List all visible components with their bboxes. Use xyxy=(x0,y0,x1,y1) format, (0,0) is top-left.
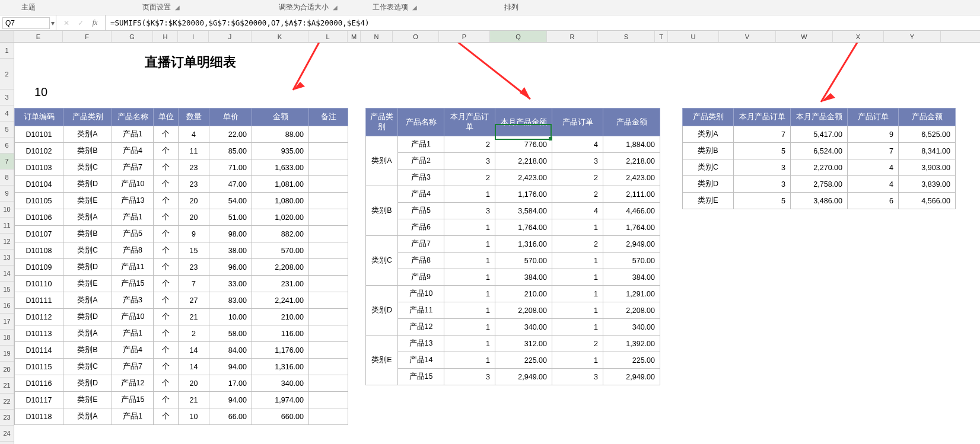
cell[interactable]: 5 xyxy=(734,143,791,159)
cell[interactable]: 2,423.00 xyxy=(603,170,660,186)
column-header[interactable]: M xyxy=(348,31,361,42)
cell[interactable]: 3 xyxy=(552,153,603,170)
cell[interactable]: 71.00 xyxy=(209,159,252,176)
cell[interactable]: 个 xyxy=(154,309,179,325)
cell[interactable] xyxy=(309,242,348,259)
table-row[interactable]: D10105类别E产品13个2054.001,080.00 xyxy=(15,193,348,209)
cell[interactable]: 21 xyxy=(179,309,209,325)
column-header[interactable]: O xyxy=(393,31,439,42)
cell[interactable]: 产品4 xyxy=(112,342,154,359)
column-header[interactable]: F xyxy=(63,31,112,42)
cell[interactable]: 340.00 xyxy=(603,319,660,336)
cell[interactable]: 2 xyxy=(444,136,495,153)
cell[interactable] xyxy=(309,226,348,242)
cell[interactable]: D10105 xyxy=(15,193,63,209)
cell[interactable]: 1 xyxy=(444,336,495,352)
column-header[interactable]: V xyxy=(719,31,776,42)
table-row[interactable]: D10117类别E产品15个2194.001,974.00 xyxy=(15,392,348,408)
cell[interactable]: 2,241.00 xyxy=(252,292,309,309)
cell[interactable]: 个 xyxy=(154,342,179,359)
cell[interactable]: 1,176.00 xyxy=(495,186,552,203)
cell[interactable]: 个 xyxy=(154,292,179,309)
cell[interactable]: 类别A xyxy=(63,126,112,143)
product-summary-table[interactable]: 产品类别产品名称本月产品订单本月产品金额产品订单产品金额类别A产品12776.0… xyxy=(365,108,660,385)
cell[interactable]: 10.00 xyxy=(209,309,252,325)
column-header[interactable]: Y xyxy=(884,31,941,42)
table-row[interactable]: D10113类别A产品1个258.00116.00 xyxy=(15,325,348,342)
cell[interactable]: 2 xyxy=(179,325,209,342)
column-header[interactable]: L xyxy=(308,31,348,42)
cell[interactable]: 21 xyxy=(179,392,209,408)
table-row[interactable]: D10114类别B产品4个1484.001,176.00 xyxy=(15,342,348,359)
cell[interactable]: 产品6 xyxy=(398,219,444,236)
table-row[interactable]: D10102类别B产品4个1185.00935.00 xyxy=(15,143,348,159)
cell[interactable]: 11 xyxy=(179,143,209,159)
row-header[interactable]: 2 xyxy=(0,59,14,90)
table-row[interactable]: 类别B产品411,176.0022,111.00 xyxy=(366,186,660,203)
column-header[interactable]: N xyxy=(361,31,393,42)
cell[interactable]: 570.00 xyxy=(495,253,552,269)
cell[interactable]: 产品10 xyxy=(398,286,444,302)
table-row[interactable]: 类别E53,486.0064,566.00 xyxy=(683,193,956,209)
cell[interactable]: 1,176.00 xyxy=(252,342,309,359)
cell[interactable]: 类别C xyxy=(63,242,112,259)
cell[interactable]: 类别A xyxy=(63,408,112,425)
cell[interactable] xyxy=(309,259,348,276)
column-header[interactable]: I xyxy=(178,31,209,42)
column-header[interactable]: K xyxy=(252,31,308,42)
cell[interactable]: 产品1 xyxy=(112,209,154,226)
table-row[interactable]: 产品141225.001225.00 xyxy=(366,352,660,369)
cell[interactable]: 4 xyxy=(848,159,899,176)
cell[interactable]: 产品10 xyxy=(112,176,154,193)
cell[interactable]: 210.00 xyxy=(252,309,309,325)
cell[interactable]: 个 xyxy=(154,259,179,276)
cell[interactable]: 产品5 xyxy=(398,203,444,219)
cell[interactable]: 33.00 xyxy=(209,276,252,292)
table-row[interactable]: 类别B56,524.0078,341.00 xyxy=(683,143,956,159)
cell[interactable]: 2,949.00 xyxy=(603,369,660,385)
table-row[interactable]: 类别D产品101210.0011,291.00 xyxy=(366,286,660,302)
table-row[interactable]: D10104类别D产品10个2347.001,081.00 xyxy=(15,176,348,193)
cell[interactable]: 1,020.00 xyxy=(252,209,309,226)
table-row[interactable]: 产品533,584.0044,466.00 xyxy=(366,203,660,219)
cell[interactable]: 94.00 xyxy=(209,359,252,375)
table-row[interactable]: 产品322,423.0022,423.00 xyxy=(366,170,660,186)
cell-category[interactable]: 类别C xyxy=(366,236,398,286)
row-header[interactable]: 22 xyxy=(0,394,14,410)
cell[interactable]: 4 xyxy=(552,136,603,153)
column-header[interactable]: S xyxy=(598,31,655,42)
column-header[interactable]: Q xyxy=(490,31,547,42)
cell[interactable]: 935.00 xyxy=(252,143,309,159)
cell[interactable]: 个 xyxy=(154,226,179,242)
cell[interactable]: 类别D xyxy=(683,176,734,193)
row-header[interactable]: 16 xyxy=(0,298,14,314)
cell[interactable] xyxy=(309,375,348,392)
row-header[interactable]: 24 xyxy=(0,426,14,442)
cell[interactable]: 类别C xyxy=(63,359,112,375)
accept-formula-icon[interactable]: ✓ xyxy=(74,17,87,30)
cell[interactable] xyxy=(309,359,348,375)
cell[interactable]: 23 xyxy=(179,159,209,176)
cell[interactable]: 1 xyxy=(444,236,495,253)
table-row[interactable]: 类别D32,758.0043,839.00 xyxy=(683,176,956,193)
dialog-launcher-icon[interactable]: ◢ xyxy=(331,4,339,12)
cell[interactable]: D10118 xyxy=(15,408,63,425)
cell[interactable] xyxy=(309,176,348,193)
formula-input[interactable]: =SUMIFS($K$7:$K$20000,$G$7:$G$20000,O7,$… xyxy=(106,15,980,30)
cell[interactable]: 类别E xyxy=(63,193,112,209)
cell[interactable]: 类别C xyxy=(683,159,734,176)
cell[interactable]: 10 xyxy=(179,408,209,425)
cell[interactable]: 产品7 xyxy=(112,359,154,375)
cell[interactable]: 231.00 xyxy=(252,276,309,292)
cell[interactable]: 1 xyxy=(552,319,603,336)
cell[interactable]: 1,392.00 xyxy=(603,336,660,352)
dialog-launcher-icon[interactable]: ◢ xyxy=(173,4,182,12)
cell[interactable]: 88.00 xyxy=(252,126,309,143)
name-box-dropdown-icon[interactable]: ▾ xyxy=(50,19,56,27)
cell[interactable]: 个 xyxy=(154,392,179,408)
cell[interactable]: 产品13 xyxy=(398,336,444,352)
table-row[interactable]: D10110类别E产品15个733.00231.00 xyxy=(15,276,348,292)
cell[interactable]: 2 xyxy=(552,170,603,186)
cell[interactable]: D10113 xyxy=(15,325,63,342)
cell[interactable]: 20 xyxy=(179,193,209,209)
